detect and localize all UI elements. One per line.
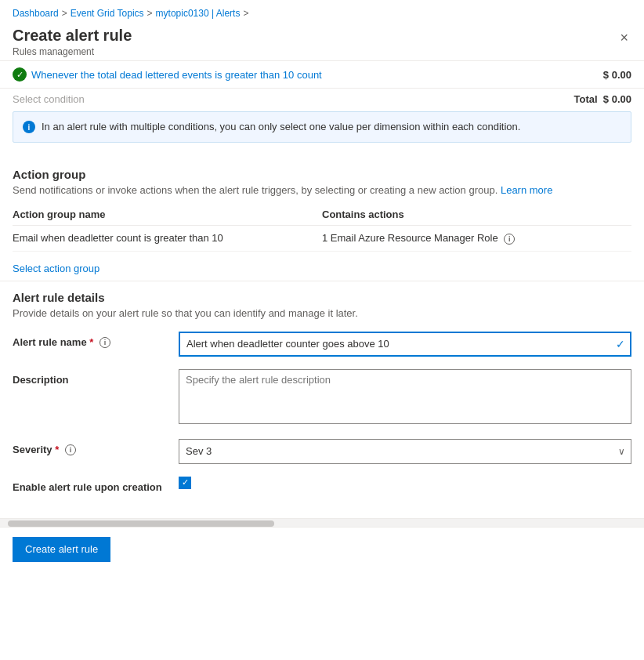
page-title: Create alert rule [13, 27, 132, 45]
checkbox-check-icon: ✓ [182, 477, 189, 488]
condition-row: ✓ Whenever the total dead lettered event… [0, 61, 644, 88]
enable-alert-checkbox[interactable]: ✓ [179, 477, 191, 489]
severity-select[interactable]: Sev 0 Sev 1 Sev 2 Sev 3 Sev 4 [179, 439, 631, 464]
info-icon: i [23, 121, 35, 133]
alert-rule-details-section: Alert rule details Provide details on yo… [0, 281, 644, 518]
info-banner-text: In an alert rule with multiple condition… [42, 120, 520, 134]
condition-price: $ 0.00 [603, 69, 631, 81]
action-group-desc: Send notifications or invoke actions whe… [13, 184, 631, 196]
condition-check-icon: ✓ [13, 67, 27, 82]
severity-info-icon[interactable]: i [65, 444, 76, 455]
select-condition-row: Select condition Total $ 0.00 [0, 89, 644, 111]
footer: Create alert rule [0, 528, 644, 571]
breadcrumb: Dashboard > Event Grid Topics > mytopic0… [0, 0, 644, 24]
alert-rule-name-row: Alert rule name * i ✓ [13, 332, 631, 357]
page-header: Create alert rule Rules management × [0, 24, 644, 60]
action-group-name: Email when deadletter count is greater t… [13, 232, 322, 244]
total-label: Total $ 0.00 [574, 93, 631, 105]
name-info-icon[interactable]: i [99, 337, 110, 348]
create-alert-rule-button[interactable]: Create alert rule [13, 537, 110, 562]
severity-label: Severity * i [13, 439, 169, 456]
alert-rule-name-input[interactable] [179, 332, 631, 357]
close-button[interactable]: × [617, 27, 631, 49]
col-actions-header: Contains actions [322, 209, 631, 220]
alert-rule-name-input-wrap: ✓ [179, 332, 631, 357]
action-group-actions: 1 Email Azure Resource Manager Role i [322, 232, 631, 245]
description-textarea[interactable] [179, 369, 631, 424]
scrollbar-thumb[interactable] [8, 520, 274, 527]
description-row: Description [13, 369, 631, 426]
enable-alert-row: Enable alert rule upon creation ✓ [13, 477, 631, 493]
alert-rule-details-title: Alert rule details [13, 291, 631, 304]
table-header: Action group name Contains actions [13, 204, 631, 226]
enable-alert-label: Enable alert rule upon creation [13, 477, 169, 493]
page-subtitle: Rules management [13, 46, 132, 57]
horizontal-scrollbar[interactable] [0, 518, 644, 528]
action-group-title: Action group [13, 168, 631, 181]
enable-alert-checkbox-wrap: ✓ [179, 477, 631, 489]
col-name-header: Action group name [13, 209, 322, 220]
breadcrumb-dashboard[interactable]: Dashboard [13, 8, 59, 19]
condition-link[interactable]: ✓ Whenever the total dead lettered event… [13, 67, 322, 82]
action-group-table: Action group name Contains actions Email… [13, 204, 631, 252]
severity-row: Severity * i Sev 0 Sev 1 Sev 2 Sev 3 Sev… [13, 439, 631, 464]
breadcrumb-event-grid[interactable]: Event Grid Topics [71, 8, 144, 19]
select-condition-text: Select condition [13, 93, 85, 105]
description-label: Description [13, 369, 169, 386]
input-check-icon: ✓ [616, 338, 625, 350]
breadcrumb-alerts[interactable]: mytopic0130 | Alerts [156, 8, 241, 19]
table-row: Email when deadletter count is greater t… [13, 226, 631, 252]
learn-more-link[interactable]: Learn more [501, 184, 552, 196]
info-banner: i In an alert rule with multiple conditi… [13, 111, 631, 143]
actions-info-icon[interactable]: i [504, 234, 515, 245]
select-action-group-link[interactable]: Select action group [13, 263, 99, 274]
action-group-section: Action group Send notifications or invok… [0, 155, 644, 281]
severity-select-wrap: Sev 0 Sev 1 Sev 2 Sev 3 Sev 4 ∨ [179, 439, 631, 464]
alert-rule-details-desc: Provide details on your alert rule so th… [13, 307, 631, 319]
condition-description: Whenever the total dead lettered events … [31, 69, 322, 81]
alert-rule-name-label: Alert rule name * i [13, 332, 169, 349]
